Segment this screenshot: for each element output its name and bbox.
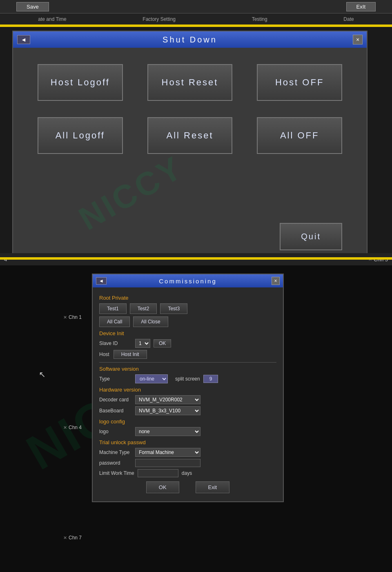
test1-button[interactable]: Test1 [99,303,127,314]
all-logoff-button[interactable]: All Logoff [38,117,123,154]
dialog-close-button[interactable]: × [353,35,363,45]
host-init-row: Host Host Init [99,350,276,359]
chn4-x: ✕ [63,425,67,430]
split-screen-label: split screen [175,376,200,382]
slave-id-select[interactable]: 1 2 3 [135,339,150,348]
exit-button[interactable]: ExIt [346,2,376,11]
baseboard-label: BaseBoard [99,408,132,414]
nav-item-date2[interactable]: Date [343,16,354,22]
root-private-label: Root Private [99,295,276,301]
comm-content: Root Private Test1 Test2 Test3 All Call … [93,287,283,501]
dialog-titlebar: ◄ Shut Down × [13,31,367,48]
trial-unlock-label: Trial unlock passwd [99,439,276,445]
comm-title: Commissioning [159,278,217,285]
days-label: days [182,470,192,476]
logo-label: logo [99,429,132,434]
host-init-button[interactable]: Host Init [114,350,147,359]
host-logoff-button[interactable]: Host Logoff [38,64,123,101]
decoder-label: Decoder card [99,397,132,403]
baseboard-row: BaseBoard NVM_B_3x3_V100 [99,406,276,415]
all-call-button[interactable]: All Call [99,316,130,327]
nav-item-date[interactable]: ate and Time [38,16,66,22]
decoder-select[interactable]: NVM_M_V200R002 [135,395,200,404]
password-label: password [99,460,132,466]
shutdown-dialog: ◄ Shut Down × Host Logoff Host Reset Hos… [12,31,368,259]
chn1-x: ✕ [63,315,67,320]
slave-ok-button[interactable]: OK [154,339,171,347]
nav-bar: ate and Time Factory Setting Testing Dat… [0,13,392,24]
bottom-section: NICCV ✕ Chn 1 ✕ Chn 4 ✕ Chn 7 ↖ ◄ Commis… [0,265,392,572]
root-private-buttons: Test1 Test2 Test3 [99,303,276,314]
all-off-button[interactable]: All OFF [257,117,342,154]
dialog-title: Shut Down [163,35,217,45]
logo-config-label: logo config [99,418,276,425]
decoder-card-row: Decoder card NVM_M_V200R002 [99,395,276,404]
cursor-icon: ↖ [39,369,46,379]
nav-item-factory[interactable]: Factory Setting [143,16,176,22]
host-label: Host [99,352,109,357]
split-num-button[interactable]: 9 [203,375,218,383]
dialog-content: Host Logoff Host Reset Host OFF All Logo… [13,48,367,170]
commissioning-dialog: ◄ Commissioning × Root Private Test1 Tes… [92,274,284,502]
hardware-version-label: Hardware version [99,387,276,393]
chn7-x: ✕ [63,535,67,541]
limit-work-input[interactable] [138,469,178,477]
host-off-button[interactable]: Host OFF [257,64,342,101]
type-label: Type [99,376,132,382]
comm-exit-button[interactable]: Exit [196,481,230,493]
chn-1-label: ✕ Chn 1 [63,314,82,320]
quit-button[interactable]: Quit [280,223,342,250]
machine-type-select[interactable]: Formal Machine Trial Machine [135,448,200,457]
call-buttons: All Call All Close [99,316,276,327]
limit-work-row: Limit Work Time days [99,469,276,477]
chn-7-label: ✕ Chn 7 [63,535,82,541]
type-select[interactable]: on-line off-line [135,374,168,383]
test2-button[interactable]: Test2 [130,303,157,314]
all-reset-button[interactable]: All Reset [147,117,233,154]
slave-id-row: Slave ID 1 2 3 OK [99,339,276,348]
comm-close-button[interactable]: × [272,277,280,285]
limit-work-label: Limit Work Time [99,470,134,476]
chn-4-label: ✕ Chn 4 [63,425,82,430]
machine-type-row: Machine Type Formal Machine Trial Machin… [99,448,276,457]
password-row: password [99,459,276,467]
nav-item-testing[interactable]: Testing [252,16,267,22]
software-version-label: Software version [99,366,276,372]
top-toolbar: Save ExIt [0,0,392,13]
type-row: Type on-line off-line split screen 9 [99,374,276,383]
quit-row: Quit [280,223,342,250]
logo-row: logo none [99,427,276,436]
yellow-strip-bottom [0,257,392,260]
comm-titlebar: ◄ Commissioning × [93,274,283,287]
logo-select[interactable]: none [135,427,200,436]
bottom-btn-row: OK Exit [99,481,276,497]
save-button[interactable]: Save [16,2,49,11]
dialog-back-button[interactable]: ◄ [17,35,30,44]
all-close-button[interactable]: All Close [133,316,168,327]
divider-1 [99,362,276,363]
device-init-label: Device Init [99,330,276,336]
machine-type-label: Machine Type [99,450,132,455]
comm-back-button[interactable]: ◄ [96,277,107,285]
baseboard-select[interactable]: NVM_B_3x3_V100 [135,406,200,415]
top-section: Save ExIt ate and Time Factory Setting T… [0,0,392,265]
password-input[interactable] [135,459,200,467]
test3-button[interactable]: Test3 [160,303,187,314]
host-reset-button[interactable]: Host Reset [147,64,233,101]
comm-ok-button[interactable]: OK [146,481,179,493]
slave-id-label: Slave ID [99,341,132,346]
yellow-strip-top [0,24,392,27]
